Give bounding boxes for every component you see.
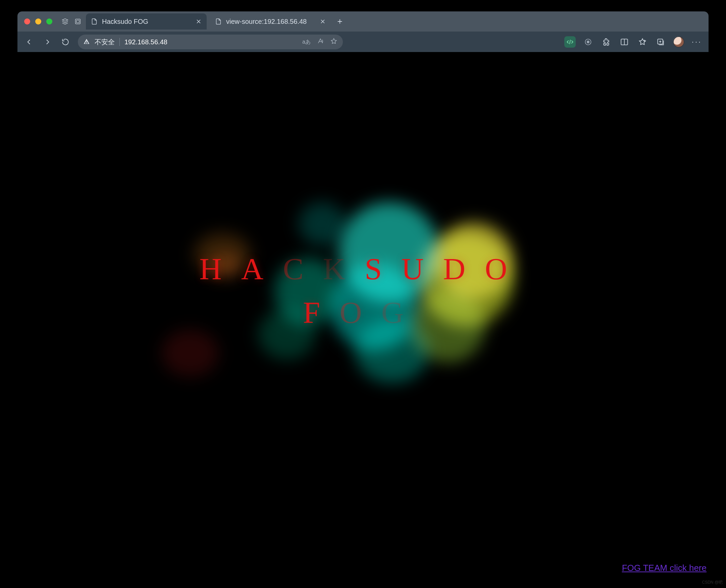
star-icon[interactable] <box>330 38 338 46</box>
window-close-button[interactable] <box>24 18 30 24</box>
window-traffic-lights <box>21 18 57 24</box>
security-label: 不安全 <box>94 38 115 47</box>
reload-button[interactable] <box>60 36 71 48</box>
omnibox-trailing: aあ <box>302 38 338 46</box>
more-menu-button[interactable]: ··· <box>691 36 703 48</box>
divider <box>120 38 120 46</box>
new-tab-button[interactable] <box>334 16 345 27</box>
sidebar-icon[interactable] <box>619 36 630 48</box>
tab-hacksudo-fog[interactable]: Hacksudo FOG <box>86 14 207 29</box>
svg-point-3 <box>587 41 590 43</box>
tab-label: view-source:192.168.56.48 <box>226 18 315 25</box>
tab-close-icon[interactable] <box>319 18 326 25</box>
svg-rect-0 <box>76 19 81 24</box>
watermark: CSDN @吧 <box>702 580 723 585</box>
translate-pill[interactable]: aあ <box>302 39 311 46</box>
url-text: 192.168.56.48 <box>125 38 298 46</box>
file-icon <box>215 18 222 25</box>
tab-view-source[interactable]: view-source:192.168.56.48 <box>210 14 331 29</box>
tab-close-icon[interactable] <box>195 18 202 25</box>
window-maximize-button[interactable] <box>46 18 52 24</box>
collections-icon[interactable] <box>655 36 666 48</box>
browser-chrome: Hacksudo FOG view-source:192.168.56.48 <box>18 12 708 52</box>
address-bar[interactable]: 不安全 192.168.56.48 aあ <box>78 35 343 49</box>
devtools-icon[interactable] <box>564 36 576 48</box>
read-aloud-icon[interactable] <box>317 38 324 46</box>
file-icon <box>91 18 98 25</box>
svg-rect-1 <box>77 20 79 23</box>
forward-button[interactable] <box>42 36 53 48</box>
fog-team-link[interactable]: FOG TEAM click here <box>622 563 707 573</box>
record-icon[interactable] <box>582 36 594 48</box>
workspaces-icon[interactable] <box>60 17 70 26</box>
extensions-icon[interactable] <box>600 36 612 48</box>
window-minimize-button[interactable] <box>35 18 41 24</box>
page-content: HACKSUDO FOG FOG TEAM click here CSDN @吧 <box>0 52 726 588</box>
hero-headline: HACKSUDO FOG <box>199 251 526 330</box>
tab-overview-icon[interactable] <box>73 17 83 26</box>
profile-avatar[interactable] <box>673 36 684 48</box>
not-secure-icon <box>83 38 90 46</box>
favorites-icon[interactable] <box>637 36 648 48</box>
back-button[interactable] <box>23 36 35 48</box>
browser-toolbar: 不安全 192.168.56.48 aあ <box>18 31 708 52</box>
tab-label: Hacksudo FOG <box>102 18 191 25</box>
tab-strip: Hacksudo FOG view-source:192.168.56.48 <box>18 12 708 31</box>
